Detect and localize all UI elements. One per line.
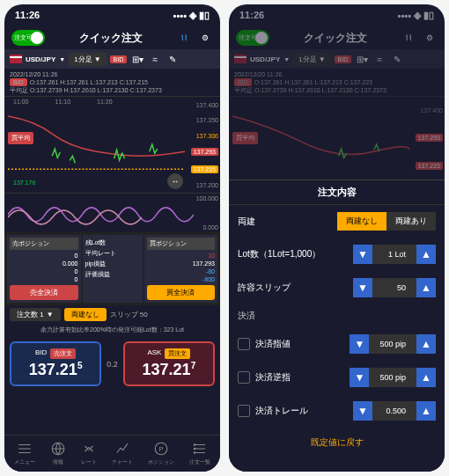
limit-plus-button[interactable]: ▲ — [416, 334, 436, 354]
status-bar: 11:26 ••••◈▮▯ — [229, 4, 445, 26]
nav-rate[interactable]: レート — [81, 441, 97, 466]
slip-value[interactable]: 50 — [372, 278, 416, 297]
currency-pair[interactable]: USD/JPY — [26, 55, 55, 63]
slip-minus-button[interactable]: ▼ — [353, 278, 372, 297]
draw-icon[interactable]: ✎ — [166, 52, 180, 66]
slippage-label: 許容スリップ — [238, 282, 291, 294]
nav-orders[interactable]: 注文一覧 — [189, 441, 210, 466]
phone-right: 11:26 ••••◈▮▯ 注文可能 クイック注文 ⌇⌇ ⚙ USD/JPY▼ … — [229, 4, 445, 472]
trail-minus-button[interactable]: ▼ — [353, 401, 372, 421]
page-title: クイック注文 — [50, 31, 171, 46]
page-title: クイック注文 — [275, 31, 395, 46]
trail-plus-button[interactable]: ▲ — [416, 401, 436, 421]
oscillator-wave — [8, 201, 194, 229]
timeframe-dropdown[interactable]: 1分足▼ — [69, 53, 106, 66]
low-price: 137.176 — [13, 179, 35, 186]
lot-minus-button[interactable]: ▼ — [353, 245, 372, 264]
buy-position-header: 買ポジション — [147, 238, 216, 250]
stop-minus-button[interactable]: ▼ — [350, 368, 369, 387]
hedge-tab[interactable]: 両建なし — [64, 308, 107, 321]
svg-text:P: P — [159, 445, 164, 453]
margin-info: 余力計算有効比率200%時の発注可能Lot数：323 Lot — [4, 324, 220, 336]
candle-icon[interactable]: ⊞▾ — [130, 52, 144, 66]
nav-position[interactable]: Pポジション — [148, 441, 174, 466]
lot-label: Lot数（1Lot=1,000） — [238, 248, 320, 260]
order-enable-toggle[interactable]: 注文可能 — [236, 30, 269, 46]
chart-lines — [8, 107, 185, 187]
settings-icon[interactable]: ⚙ — [422, 30, 438, 46]
bottom-nav: メニュー 情報 レート チャート Pポジション 注文一覧 — [4, 435, 220, 472]
chart-mode-icon[interactable]: ⌇⌇ — [401, 30, 416, 46]
price-panel: BID売注文 137.215 0.2 ASK買注文 137.217 — [4, 336, 220, 392]
hedge-on-tab[interactable]: 両建あり — [386, 212, 436, 231]
trail-checkbox[interactable] — [238, 405, 250, 417]
nav-info[interactable]: 情報 — [50, 441, 66, 466]
order-settings-modal: 注文内容 両建 両建なし 両建あり Lot数（1Lot=1,000） ▼ 1 L… — [229, 179, 445, 472]
sell-close-all-button[interactable]: 売全決済 — [10, 285, 78, 300]
ask-button[interactable]: ASK買注文 137.217 — [123, 341, 215, 386]
indicator-panel[interactable]: 100.000 0.000 — [4, 193, 220, 232]
bid-tag[interactable]: BID — [110, 55, 128, 63]
hedge-label: 両建 — [238, 216, 255, 228]
toolbar: USD/JPY▼ 1分足▼ BID ⊞▾ ≈ ✎ — [229, 49, 445, 69]
settings-icon[interactable]: ⚙ — [197, 30, 213, 46]
phone-left: 11:26 •••• ◈ ▮▯ 注文可能 クイック注文 ⌇⌇ ⚙ USD/JPY… — [4, 4, 220, 472]
status-bar: 11:26 •••• ◈ ▮▯ — [4, 4, 220, 26]
ohlc-data: 2022/12/20 11:26 BIDO:137.261 H:137.261 … — [229, 69, 445, 96]
flag-icon — [234, 55, 247, 63]
settlement-header: 決済 — [229, 304, 445, 327]
signal-icon: •••• — [173, 11, 187, 21]
clock: 11:26 — [15, 10, 40, 21]
limit-checkbox[interactable] — [238, 338, 250, 350]
order-enable-toggle[interactable]: 注文可能 — [11, 30, 45, 46]
chevron-down-icon: ▼ — [59, 56, 65, 62]
nav-menu[interactable]: メニュー — [14, 441, 35, 466]
indicator-icon[interactable]: ≈ — [148, 52, 162, 66]
slippage-label[interactable]: スリップ 50 — [110, 310, 148, 319]
limit-minus-button[interactable]: ▼ — [350, 334, 369, 354]
price-chart: 137.400 137.293 137.223 買平均 — [229, 96, 445, 179]
stop-checkbox[interactable] — [238, 371, 250, 384]
bid-button[interactable]: BID売注文 137.215 — [10, 341, 101, 386]
price-chart[interactable]: 11:0011:1011:20 137.400 137.350 137.306 … — [4, 96, 220, 193]
hedge-off-tab[interactable]: 両建なし — [337, 212, 386, 231]
ohlc-data: 2022/12/20 11:26 BIDO:137.261 H:137.261 … — [4, 69, 220, 96]
toolbar: USD/JPY ▼ 1分足▼ BID ⊞▾ ≈ ✎ — [4, 49, 220, 69]
lot-plus-button[interactable]: ▲ — [416, 245, 436, 264]
modal-title: 注文内容 — [229, 180, 445, 205]
sell-position-header: 売ポジション — [10, 238, 78, 250]
chart-mode-icon[interactable]: ⌇⌇ — [176, 30, 192, 46]
reset-button[interactable]: 既定値に戻す — [229, 428, 445, 458]
hedge-tabs: 両建なし 両建あり — [337, 212, 436, 231]
position-summary: 売ポジション 0 0.000 0 0 売全決済 残Lot数 平均レート pip損… — [4, 232, 220, 305]
status-icons: •••• ◈ ▮▯ — [173, 10, 210, 21]
stop-plus-button[interactable]: ▲ — [416, 368, 436, 387]
lot-value[interactable]: 1 Lot — [372, 245, 416, 264]
order-options: 注文数 1▼ 両建なし スリップ 50 — [4, 305, 220, 324]
clock: 11:26 — [239, 10, 264, 21]
battery-icon: ▮▯ — [199, 10, 210, 21]
slip-plus-button[interactable]: ▲ — [416, 278, 436, 297]
header: 注文可能 クイック注文 ⌇⌇ ⚙ — [4, 26, 220, 49]
nav-chart[interactable]: チャート — [112, 441, 133, 466]
flag-icon — [10, 55, 22, 63]
lot-stepper: ▼ 1 Lot ▲ — [353, 245, 436, 264]
header: 注文可能 クイック注文 ⌇⌇ ⚙ — [229, 26, 445, 49]
buy-close-all-button[interactable]: 買全決済 — [147, 285, 216, 300]
wifi-icon: ◈ — [189, 10, 196, 21]
qty-dropdown[interactable]: 注文数 1▼ — [10, 308, 61, 321]
spread: 0.2 — [107, 360, 118, 369]
